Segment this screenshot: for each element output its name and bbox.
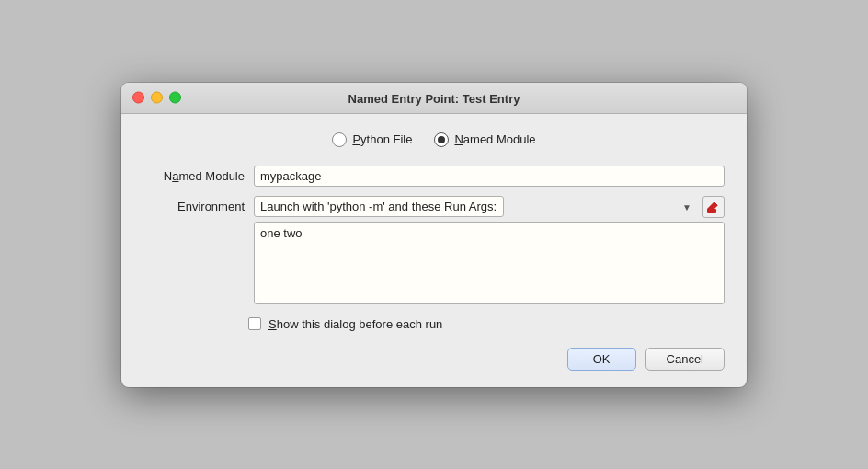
environment-textarea[interactable]: one two <box>254 222 725 304</box>
radio-label-named-module: Named Module <box>454 132 535 146</box>
radio-circle-python-file <box>332 132 347 147</box>
edit-icon <box>706 200 721 214</box>
dialog-content: Python File Named Module Named Module En… <box>121 114 747 387</box>
show-dialog-label: Show this dialog before each run <box>268 317 442 331</box>
dropdown-row: Launch with 'python -m' and these Run Ar… <box>254 196 725 218</box>
button-row: OK Cancel <box>143 348 725 371</box>
minimize-button[interactable] <box>151 92 163 104</box>
checkbox-row: Show this dialog before each run <box>248 317 725 331</box>
radio-circle-named-module <box>434 132 449 147</box>
cancel-button[interactable]: Cancel <box>645 348 725 371</box>
environment-group: Launch with 'python -m' and these Run Ar… <box>254 196 725 304</box>
maximize-button[interactable] <box>169 92 181 104</box>
window-controls <box>132 92 181 104</box>
radio-python-file[interactable]: Python File <box>332 132 412 147</box>
environment-dropdown[interactable]: Launch with 'python -m' and these Run Ar… <box>254 196 504 217</box>
named-module-label: Named Module <box>143 166 245 183</box>
window-title: Named Entry Point: Test Entry <box>348 92 520 106</box>
close-button[interactable] <box>132 92 144 104</box>
radio-label-python-file: Python File <box>352 132 412 146</box>
environment-label: Environment <box>143 196 245 213</box>
radio-group: Python File Named Module <box>143 132 725 147</box>
ok-button[interactable]: OK <box>567 348 636 371</box>
show-dialog-checkbox[interactable] <box>248 317 261 330</box>
dialog-window: Named Entry Point: Test Entry Python Fil… <box>121 83 747 387</box>
titlebar: Named Entry Point: Test Entry <box>121 83 747 114</box>
radio-named-module[interactable]: Named Module <box>434 132 535 147</box>
edit-env-button[interactable] <box>702 196 725 218</box>
dropdown-arrow-icon: ▼ <box>682 201 691 212</box>
named-module-input[interactable] <box>254 166 725 187</box>
form-fields: Named Module Environment Launch with 'py… <box>143 166 725 304</box>
dropdown-wrapper: Launch with 'python -m' and these Run Ar… <box>254 196 699 217</box>
